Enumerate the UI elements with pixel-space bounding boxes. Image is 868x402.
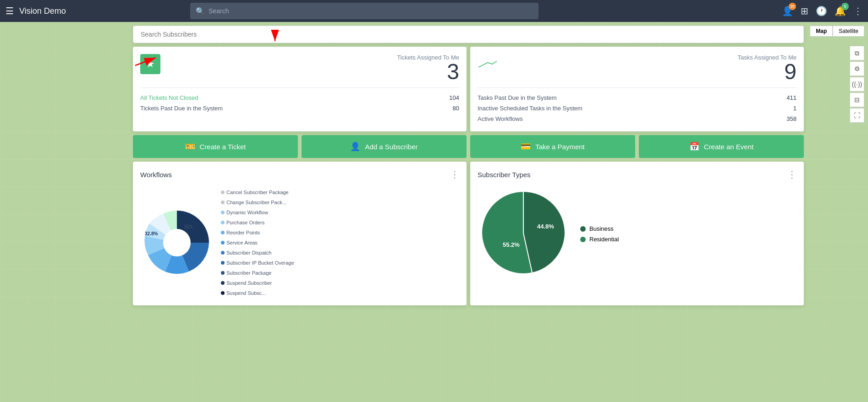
take-payment-icon: 💳 [521, 141, 531, 152]
add-subscriber-label: Add a Subscriber [365, 143, 418, 151]
tasks-count: 9 [738, 61, 797, 83]
tasks-row-1-label: Inactive Scheduled Tasks in the System [478, 105, 582, 112]
bottom-panels: Workflows ⋮ [133, 162, 804, 305]
tickets-row-0[interactable]: All Tickets Not Closed 104 [140, 92, 459, 103]
tickets-row-0-value: 104 [449, 94, 459, 101]
tasks-row-2-value: 358 [786, 115, 797, 122]
subscriber-types-header: Subscriber Types ⋮ [478, 169, 797, 180]
tickets-icon: ★ [140, 54, 160, 74]
workflows-menu-icon[interactable]: ⋮ [450, 169, 459, 180]
search-subscribers-bar[interactable] [133, 26, 804, 43]
subscriber-types-pie: 44.8% 55.2% [478, 187, 569, 281]
dashboard: ★ Tickets Assigned To Me 3 All Tickets N… [133, 26, 804, 305]
map-tab-row: Map Satellite [810, 26, 864, 37]
search-subscribers-input[interactable] [141, 31, 796, 38]
subscriber-types-panel: Subscriber Types ⋮ 44.8% [470, 162, 804, 305]
notif-badge: 5 [841, 3, 849, 10]
nav-search-input[interactable] [209, 7, 533, 15]
grid-icon-btn[interactable]: ⊞ [801, 5, 808, 16]
take-payment-label: Take a Payment [535, 143, 585, 151]
tickets-row-0-label: All Tickets Not Closed [140, 94, 198, 101]
tasks-row-1-value: 1 [793, 105, 797, 112]
take-payment-button[interactable]: 💳 Take a Payment [470, 135, 635, 158]
user-icon-btn[interactable]: 👤 35 [782, 5, 793, 16]
map-tab-satellite[interactable]: Satellite [833, 26, 864, 37]
workflows-pie-chart: 32.8% 16% 35% [140, 206, 214, 279]
tasks-row-0-label: Tasks Past Due in the System [478, 94, 557, 101]
create-event-label: Create an Event [704, 143, 753, 151]
add-subscriber-button[interactable]: 👤 Add a Subscriber [302, 135, 467, 158]
tasks-trend-icon [478, 54, 498, 74]
create-ticket-icon: 🎫 [185, 141, 195, 152]
create-event-icon: 📅 [689, 141, 699, 152]
tasks-row-1[interactable]: Inactive Scheduled Tasks in the System 1 [478, 103, 797, 114]
residential-label: Residential [589, 236, 619, 243]
stat-cards-row: ★ Tickets Assigned To Me 3 All Tickets N… [133, 47, 804, 131]
nav-search-icon: 🔍 [196, 7, 205, 16]
svg-text:55.2%: 55.2% [503, 241, 520, 248]
map-signal-icon[interactable]: ((·)) [850, 77, 864, 92]
create-ticket-button[interactable]: 🎫 Create a Ticket [133, 135, 298, 158]
tasks-row-2-label: Active Workflows [478, 115, 523, 122]
action-buttons-row: 🎫 Create a Ticket 👤 Add a Subscriber 💳 T… [133, 135, 804, 158]
tickets-row-1[interactable]: Tickets Past Due in the System 80 [140, 103, 459, 114]
map-layers-icon[interactable]: ⧉ [850, 46, 864, 60]
subscriber-types-title: Subscriber Types [478, 171, 531, 179]
map-controls: ⧉ ⚙ ((·)) ⊟ ⛶ [850, 46, 864, 123]
workflows-panel: Workflows ⋮ [133, 162, 467, 305]
create-ticket-label: Create a Ticket [200, 143, 246, 151]
tickets-count: 3 [397, 61, 459, 83]
map-measure-icon[interactable]: ⊟ [850, 92, 864, 107]
workflows-panel-header: Workflows ⋮ [140, 169, 459, 180]
app-title: Vision Demo [19, 6, 66, 16]
add-subscriber-icon: 👤 [350, 141, 360, 152]
tasks-row-0-value: 411 [786, 94, 797, 101]
tickets-row-1-label: Tickets Past Due in the System [140, 105, 223, 112]
subscriber-types-content: 44.8% 55.2% Business Residential [478, 187, 797, 281]
map-settings-icon[interactable]: ⚙ [850, 61, 864, 76]
history-icon-btn[interactable]: 🕐 [816, 5, 827, 16]
workflows-content: 32.8% 16% 35% Cancel Subscriber Package … [140, 187, 459, 298]
residential-color [580, 237, 586, 242]
workflows-legend: Cancel Subscriber Package Change Subscri… [221, 187, 294, 298]
subscriber-types-menu-icon[interactable]: ⋮ [787, 169, 797, 180]
business-label: Business [589, 225, 614, 232]
workflows-title: Workflows [140, 171, 172, 179]
settings-icon-btn[interactable]: ⋮ [853, 5, 863, 16]
tickets-card: ★ Tickets Assigned To Me 3 All Tickets N… [133, 47, 467, 131]
svg-text:44.8%: 44.8% [537, 223, 554, 230]
subscriber-types-legend: Business Residential [580, 225, 619, 243]
tasks-card: Tasks Assigned To Me 9 Tasks Past Due in… [470, 47, 804, 131]
tasks-row-2[interactable]: Active Workflows 358 [478, 114, 797, 124]
legend-business: Business [580, 225, 619, 232]
create-event-button[interactable]: 📅 Create an Event [639, 135, 804, 158]
nav-search-bar[interactable]: 🔍 [190, 3, 538, 19]
legend-residential: Residential [580, 236, 619, 243]
hamburger-icon[interactable]: ☰ [5, 5, 14, 16]
top-nav: ☰ Vision Demo 🔍 👤 35 ⊞ 🕐 🔔 5 ⋮ [0, 0, 868, 22]
map-fullscreen-icon[interactable]: ⛶ [850, 108, 864, 123]
notification-icon-btn[interactable]: 🔔 5 [835, 5, 846, 16]
map-tab-map[interactable]: Map [810, 26, 833, 37]
nav-right: 👤 35 ⊞ 🕐 🔔 5 ⋮ [782, 5, 863, 16]
user-badge: 35 [789, 3, 796, 10]
business-color [580, 226, 586, 232]
tickets-row-1-value: 80 [453, 105, 459, 112]
tasks-row-0[interactable]: Tasks Past Due in the System 411 [478, 92, 797, 103]
